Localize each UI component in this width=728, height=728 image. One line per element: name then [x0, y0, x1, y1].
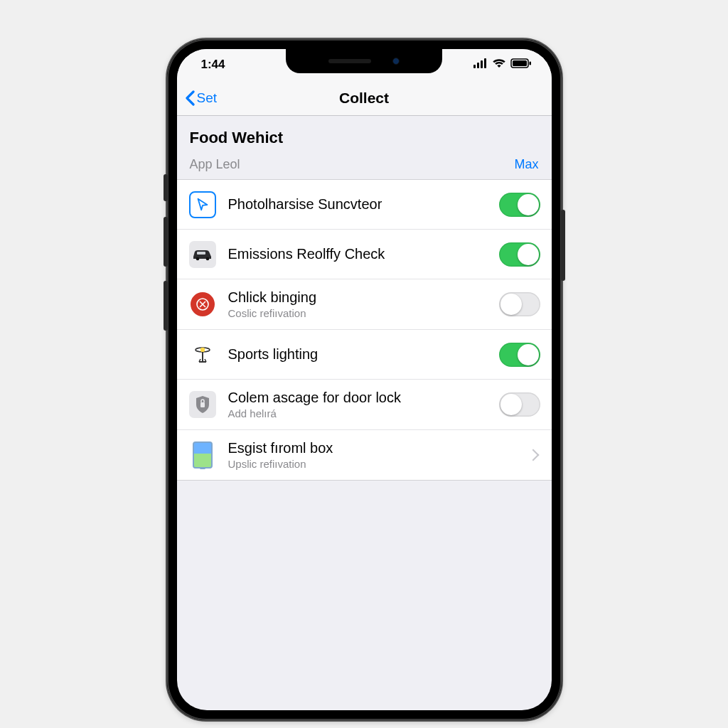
- screen: 1:44: [177, 49, 552, 710]
- settings-list: Photolharsise Suncvteor: [177, 179, 552, 481]
- volume-down-button[interactable]: [164, 281, 168, 331]
- svg-rect-5: [513, 60, 527, 66]
- row-emissions[interactable]: Emissions Reolffy Check: [177, 230, 552, 279]
- list-subheader: App Leol Max: [177, 150, 552, 179]
- toggle-switch[interactable]: [499, 343, 540, 367]
- cellular-icon: [473, 58, 488, 72]
- row-sublabel: Coslic refiıvation: [228, 307, 491, 319]
- app-icon: [188, 390, 217, 419]
- row-label: Esgist fıroml box: [228, 440, 520, 456]
- row-sports-lighting[interactable]: Sports lighting: [177, 330, 552, 380]
- svg-point-8: [205, 257, 209, 260]
- app-icon: [188, 240, 217, 269]
- shield-lock-icon: [195, 395, 210, 414]
- app-icon: [188, 290, 217, 318]
- nav-bar: Set Collect: [177, 80, 552, 116]
- row-sublabel: Add helırá: [228, 407, 491, 419]
- section-title: Food Wehict: [177, 116, 552, 150]
- speaker: [328, 59, 371, 63]
- mute-switch[interactable]: [164, 174, 168, 201]
- crossed-circle-icon: [196, 297, 210, 311]
- toggle-switch[interactable]: [499, 242, 540, 267]
- back-label: Set: [197, 90, 218, 106]
- back-button[interactable]: Set: [184, 90, 218, 106]
- toggle-switch[interactable]: [499, 392, 540, 417]
- svg-rect-9: [197, 252, 205, 255]
- svg-rect-3: [484, 58, 486, 68]
- car-icon: [191, 248, 214, 261]
- row-esgist-box[interactable]: Esgist fıroml box Upslic refiıvation: [177, 430, 552, 480]
- row-sublabel: Upslic refiıvation: [228, 458, 520, 470]
- chevron-right-icon: [527, 449, 539, 461]
- row-door-lock[interactable]: Colem ascage for door lock Add helırá: [177, 380, 552, 430]
- svg-point-12: [200, 347, 204, 351]
- battery-icon: [510, 58, 532, 72]
- wifi-icon: [492, 58, 506, 72]
- light-icon: [191, 343, 215, 367]
- chevron-left-icon: [184, 90, 196, 106]
- cursor-icon: [195, 197, 210, 213]
- row-label: Emissions Reolffy Check: [228, 246, 491, 262]
- row-chlick-binging[interactable]: Chlick binging Coslic refiıvation: [177, 279, 552, 330]
- svg-rect-1: [477, 63, 479, 68]
- svg-rect-13: [200, 402, 205, 407]
- volume-up-button[interactable]: [164, 217, 168, 267]
- app-icon: [188, 341, 217, 369]
- svg-point-7: [196, 257, 199, 260]
- nav-title: Collect: [177, 90, 552, 107]
- row-label: Sports lighting: [228, 346, 491, 363]
- notch: [286, 49, 442, 73]
- svg-rect-2: [481, 60, 483, 68]
- app-icon: [188, 441, 217, 469]
- power-button[interactable]: [561, 210, 565, 281]
- row-label: Photolharsise Suncvteor: [228, 196, 491, 213]
- phone-frame: 1:44: [167, 39, 562, 720]
- phone-icon: [193, 441, 213, 469]
- row-label: Chlick binging: [228, 289, 491, 306]
- status-time: 1:44: [201, 58, 225, 72]
- toggle-switch[interactable]: [499, 292, 540, 316]
- subheader-max-button[interactable]: Max: [514, 157, 538, 172]
- page-content: Food Wehict App Leol Max: [177, 116, 552, 481]
- subheader-left: App Leol: [190, 157, 240, 172]
- row-label: Colem ascage for door lock: [228, 390, 491, 406]
- front-camera: [392, 58, 400, 65]
- row-photolharsise[interactable]: Photolharsise Suncvteor: [177, 180, 552, 230]
- svg-rect-6: [529, 62, 531, 65]
- toggle-switch[interactable]: [499, 193, 540, 217]
- svg-rect-0: [473, 65, 476, 68]
- app-icon: [188, 191, 217, 219]
